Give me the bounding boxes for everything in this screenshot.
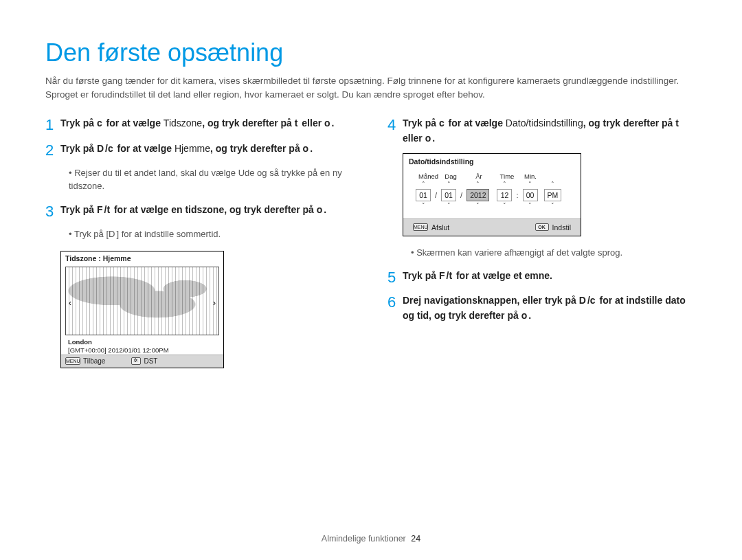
step-2-note: Rejser du til et andet land, skal du væl… [69,166,355,193]
datetime-screen: Dato/tidsindstilling Måned Dag År Time M… [403,153,581,236]
chevron-up-icon: ˄ [528,181,532,188]
step-5: 5 Tryk på F/t for at vælge et emne. [387,269,697,287]
step-number: 4 [387,116,403,146]
chevron-down-icon: ˅ [476,203,480,209]
left-column: 1 Tryk på c for at vælge Tidszone, og tr… [45,116,355,368]
page-title: Den første opsætning [45,38,697,67]
step-number: 5 [387,269,403,287]
step-3-note: Tryk på [D] for at indstille sommertid. [69,227,355,241]
step-number: 1 [45,116,60,134]
chevron-down-icon: ˅ [528,203,532,209]
dt-exit-button: MENU Afslut [413,223,449,232]
tz-dst-button: DST [131,357,157,365]
right-column: 4 Tryk på c for at vælge Dato/tidsindsti… [387,116,697,368]
step-3: 3 Tryk på F/t for at vælge en tidszone, … [45,203,355,221]
chevron-up-icon: ˄ [551,181,554,188]
chevron-up-icon: ˄ [422,181,425,188]
tz-map: ‹ › [65,267,219,335]
menu-icon: MENU [65,357,80,365]
tz-back-button: MENU Tilbage [65,357,105,365]
step-1: 1 Tryk på c for at vælge Tidszone, og tr… [45,116,355,134]
dt-values: ˄01˅ / ˄01˅ / ˄2012˅ ˄12˅ : ˄00˅ ˄PM˅ [403,181,581,209]
page-footer: Almindelige funktioner 24 [0,534,742,544]
dt-header: Dato/tidsindstilling [403,154,581,167]
chevron-up-icon: ˄ [447,181,451,188]
tz-header: Tidszone : Hjemme [61,251,223,265]
arrow-right-icon: › [213,298,216,308]
chevron-up-icon: ˄ [476,181,480,188]
arrow-left-icon: ‹ [69,298,71,308]
chevron-down-icon: ˅ [447,203,451,209]
step-4: 4 Tryk på c for at vælge Dato/tidsindsti… [387,116,697,146]
step-number: 3 [45,203,60,221]
menu-icon: MENU [413,223,428,231]
chevron-down-icon: ˅ [503,203,506,209]
chevron-up-icon: ˄ [503,181,506,188]
dt-set-button: OK Indstil [535,223,571,232]
chevron-down-icon: ˅ [551,203,554,209]
tz-info: London [GMT+00:00] 2012/01/01 12:00PM [61,337,223,355]
dt-labels: Måned Dag År Time Min. [403,167,581,181]
step-number: 6 [387,293,403,323]
step-number: 2 [45,142,60,159]
step-4-note: Skærmen kan variere afhængigt af det val… [411,246,697,260]
intro-text: Når du første gang tænder for dit kamera… [45,74,697,101]
timezone-screen: Tidszone : Hjemme ‹ › London [GMT+00:00]… [60,251,224,369]
dst-icon [131,357,141,365]
step-2: 2 Tryk på D/c for at vælge Hjemme, og tr… [45,142,355,159]
chevron-down-icon: ˅ [422,203,425,209]
ok-icon: OK [535,223,549,231]
step-6: 6 Drej navigationsknappen, eller tryk på… [387,293,697,323]
